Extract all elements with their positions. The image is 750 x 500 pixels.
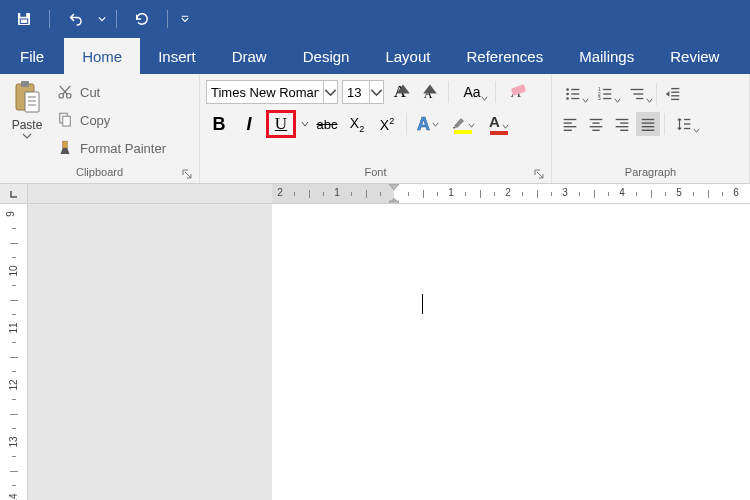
svg-rect-1: [20, 13, 26, 17]
ruler-tick: [12, 314, 16, 315]
font-size-input[interactable]: [343, 81, 369, 103]
chevron-down-icon: [468, 122, 475, 129]
italic-button[interactable]: I: [236, 111, 262, 137]
redo-button[interactable]: [126, 5, 158, 33]
paste-button[interactable]: Paste: [6, 78, 48, 140]
align-right-button[interactable]: [610, 112, 634, 136]
align-left-button[interactable]: [558, 112, 582, 136]
copy-label: Copy: [80, 113, 110, 128]
ruler-tick: [309, 190, 310, 198]
tab-design[interactable]: Design: [285, 38, 368, 74]
indent-markers[interactable]: [389, 184, 399, 204]
line-spacing-button[interactable]: [669, 112, 699, 136]
svg-point-20: [566, 93, 569, 96]
ruler-corner[interactable]: [0, 184, 28, 204]
caret-up-icon: [394, 80, 412, 98]
decrease-indent-button[interactable]: [661, 82, 685, 106]
svg-rect-3: [182, 16, 188, 17]
multilevel-list-button[interactable]: [622, 82, 652, 106]
grow-font-button[interactable]: A: [388, 80, 412, 104]
svg-point-22: [566, 97, 569, 100]
numbering-button[interactable]: 123: [590, 82, 620, 106]
justify-button[interactable]: [636, 112, 660, 136]
chevron-down-icon: [481, 95, 488, 102]
change-case-button[interactable]: Aa: [457, 80, 487, 104]
ruler-h-label: 1: [448, 187, 454, 198]
vertical-ruler[interactable]: 91011121314: [0, 204, 28, 500]
svg-rect-15: [63, 116, 71, 126]
line-spacing-icon: [675, 115, 693, 133]
ruler-tick: [10, 300, 18, 301]
ruler-v-label: 12: [8, 379, 19, 390]
align-center-icon: [587, 115, 605, 133]
document-page[interactable]: [272, 204, 750, 500]
svg-text:3: 3: [598, 95, 601, 101]
align-center-button[interactable]: [584, 112, 608, 136]
ruler-tick: [608, 192, 609, 196]
numbering-icon: 123: [596, 85, 614, 103]
ruler-h-label: 4: [619, 187, 625, 198]
font-name-input[interactable]: [207, 81, 323, 103]
ruler-tick: [351, 192, 352, 196]
font-name-dropdown[interactable]: [323, 81, 337, 103]
tab-references[interactable]: References: [448, 38, 561, 74]
font-color-button[interactable]: A: [483, 111, 515, 137]
qat-separator: [116, 10, 117, 28]
paragraph-group-label: Paragraph: [558, 166, 743, 178]
underline-button[interactable]: U: [272, 114, 290, 134]
shrink-font-button[interactable]: A: [416, 80, 440, 104]
title-bar: [0, 0, 750, 38]
ruler-tick: [12, 342, 16, 343]
copy-button[interactable]: Copy: [54, 108, 168, 132]
tab-insert[interactable]: Insert: [140, 38, 214, 74]
chevron-down-icon: [646, 97, 653, 104]
format-painter-button[interactable]: Format Painter: [54, 136, 168, 160]
tab-file[interactable]: File: [0, 38, 64, 74]
clear-formatting-button[interactable]: A: [504, 80, 528, 104]
font-name-combo[interactable]: [206, 80, 338, 104]
cut-label: Cut: [80, 85, 100, 100]
separator: [656, 83, 657, 105]
chevron-down-icon: [582, 97, 589, 104]
ribbon-tabs: File Home Insert Draw Design Layout Refe…: [0, 38, 750, 74]
tab-layout[interactable]: Layout: [367, 38, 448, 74]
bold-button[interactable]: B: [206, 111, 232, 137]
save-button[interactable]: [8, 5, 40, 33]
highlight-button[interactable]: [447, 111, 479, 137]
ruler-tick: [12, 456, 16, 457]
caret-up-icon: [421, 80, 439, 98]
paintbrush-icon: [56, 139, 74, 157]
undo-dropdown[interactable]: [97, 15, 107, 23]
tab-home[interactable]: Home: [64, 38, 140, 74]
ruler-h-label: 5: [676, 187, 682, 198]
svg-rect-17: [511, 84, 526, 96]
undo-button[interactable]: [59, 5, 91, 33]
edit-area: 91011121314: [0, 204, 750, 500]
clipboard-dialog-launcher[interactable]: [181, 168, 193, 180]
tab-review[interactable]: Review: [652, 38, 737, 74]
horizontal-ruler[interactable]: 21123456: [272, 184, 750, 204]
superscript-button[interactable]: X2: [374, 111, 400, 137]
group-clipboard: Paste Cut Copy Format Painter Clipboa: [0, 74, 200, 183]
font-dialog-launcher[interactable]: [533, 168, 545, 180]
ruler-h-label: 1: [334, 187, 340, 198]
subscript-button[interactable]: X2: [344, 111, 370, 137]
text-effects-button[interactable]: A: [413, 111, 443, 137]
tab-draw[interactable]: Draw: [214, 38, 285, 74]
paste-label: Paste: [12, 118, 43, 132]
ruler-tick: [636, 192, 637, 196]
customize-qat-dropdown[interactable]: [177, 15, 193, 23]
font-size-dropdown[interactable]: [369, 81, 383, 103]
bullets-button[interactable]: [558, 82, 588, 106]
bullets-icon: [564, 85, 582, 103]
underline-dropdown[interactable]: [300, 120, 310, 128]
cut-button[interactable]: Cut: [54, 80, 168, 104]
ruler-tick: [10, 414, 18, 415]
ruler-tick: [366, 190, 367, 198]
ruler-tick: [722, 192, 723, 196]
separator: [406, 113, 407, 135]
font-size-combo[interactable]: [342, 80, 384, 104]
ruler-tick: [480, 190, 481, 198]
tab-mailings[interactable]: Mailings: [561, 38, 652, 74]
strikethrough-button[interactable]: abc: [314, 111, 340, 137]
